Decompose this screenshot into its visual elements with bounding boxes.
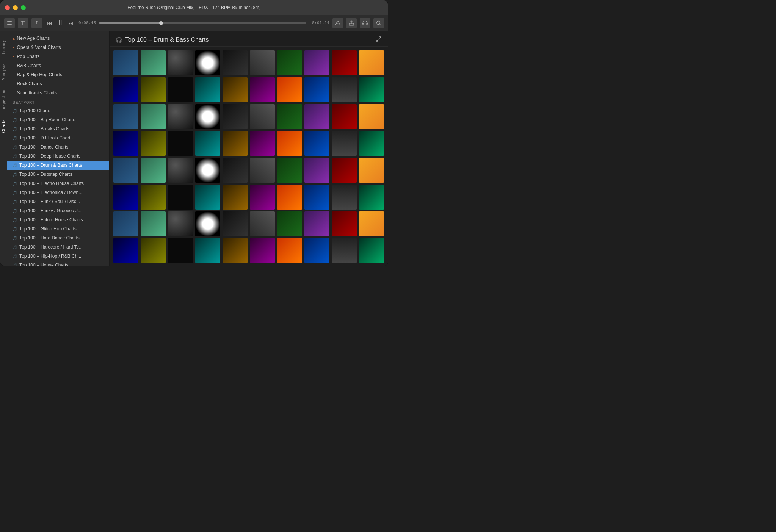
sidebar-item-djtools[interactable]: 🎵 Top 100 – DJ Tools Charts [7,133,109,142]
album-thumb[interactable] [250,104,275,129]
album-thumb[interactable] [223,104,248,129]
sidebar-item-rock[interactable]: a Rock Charts [7,79,109,88]
album-thumb[interactable] [332,50,357,75]
sidebar-item-dubstep[interactable]: 🎵 Top 100 – Dubstep Charts [7,170,109,179]
play-pause-button[interactable]: ⏸ [55,17,66,28]
album-thumb[interactable] [223,185,248,210]
album-thumb[interactable] [141,211,166,236]
sidebar-item-funksoul[interactable]: 🎵 Top 100 – Funk / Soul / Disc... [7,197,109,206]
album-thumb[interactable] [141,131,166,156]
minimize-button[interactable] [13,5,18,10]
album-thumb[interactable] [277,185,302,210]
album-thumb[interactable] [113,158,138,183]
album-thumb[interactable] [359,104,384,129]
album-thumb[interactable] [168,211,193,236]
sidebar-item-new-age[interactable]: a New Age Charts [7,34,109,43]
album-thumb[interactable] [250,131,275,156]
sidebar-item-soundtracks[interactable]: a Soundtracks Charts [7,88,109,97]
account-button[interactable] [332,18,343,28]
album-thumb[interactable] [195,77,220,102]
inspection-tab[interactable]: Inspection [1,85,6,115]
album-thumb[interactable] [250,50,275,75]
sidebar-item-opera[interactable]: a Opera & Vocal Charts [7,43,109,52]
sidebar-item-glitchhop[interactable]: 🎵 Top 100 – Glitch Hop Charts [7,224,109,233]
album-thumb[interactable] [168,158,193,183]
upload-button[interactable] [31,18,42,28]
browser-button[interactable] [18,18,28,28]
sidebar-item-futurehouse[interactable]: 🎵 Top 100 – Future House Charts [7,215,109,224]
album-thumb[interactable] [168,238,193,263]
album-thumb[interactable] [141,104,166,129]
album-thumb[interactable] [277,131,302,156]
album-thumb[interactable] [113,131,138,156]
album-thumb[interactable] [359,50,384,75]
expand-button[interactable] [376,36,382,43]
sidebar-item-rnb[interactable]: a R&B Charts [7,61,109,70]
album-thumb[interactable] [168,185,193,210]
album-thumb[interactable] [277,104,302,129]
album-thumb[interactable] [359,77,384,102]
album-thumb[interactable] [223,211,248,236]
album-thumb[interactable] [168,50,193,75]
sidebar-item-dance[interactable]: 🎵 Top 100 – Dance Charts [7,142,109,152]
album-thumb[interactable] [113,104,138,129]
album-thumb[interactable] [141,185,166,210]
album-thumb[interactable] [223,158,248,183]
album-thumb[interactable] [113,238,138,263]
album-thumb[interactable] [250,158,275,183]
sidebar-item-harddance[interactable]: 🎵 Top 100 – Hard Dance Charts [7,233,109,243]
album-thumb[interactable] [195,131,220,156]
album-thumb[interactable] [277,50,302,75]
album-thumb[interactable] [195,50,220,75]
album-thumb[interactable] [304,211,329,236]
sidebar-item-hiphoprnb[interactable]: 🎵 Top 100 – Hip-Hop / R&B Ch... [7,252,109,261]
album-thumb[interactable] [332,131,357,156]
album-thumb[interactable] [250,211,275,236]
headphones-button[interactable] [360,18,370,28]
album-thumb[interactable] [223,77,248,102]
album-thumb[interactable] [332,211,357,236]
sidebar-item-hardcore[interactable]: 🎵 Top 100 – Hardcore / Hard Te... [7,243,109,252]
share-button[interactable] [346,18,357,28]
album-thumb[interactable] [113,50,138,75]
charts-tab[interactable]: Charts [1,115,6,137]
album-thumb[interactable] [277,158,302,183]
album-thumb[interactable] [168,131,193,156]
album-thumb[interactable] [304,158,329,183]
album-thumb[interactable] [304,131,329,156]
album-thumb[interactable] [141,238,166,263]
album-thumb[interactable] [223,238,248,263]
progress-bar[interactable] [99,22,306,24]
sidebar-item-breaks[interactable]: 🎵 Top 100 – Breaks Charts [7,124,109,133]
album-thumb[interactable] [359,131,384,156]
album-thumb[interactable] [332,158,357,183]
sidebar-item-rap[interactable]: a Rap & Hip-Hop Charts [7,70,109,79]
close-button[interactable] [5,5,10,10]
sidebar-item-bigroom[interactable]: 🎵 Top 100 – Big Room Charts [7,115,109,124]
album-thumb[interactable] [195,158,220,183]
album-thumb[interactable] [332,104,357,129]
album-thumb[interactable] [195,238,220,263]
sidebar-item-funkygroove[interactable]: 🎵 Top 100 – Funky / Groove / J... [7,206,109,215]
album-thumb[interactable] [141,158,166,183]
album-thumb[interactable] [277,238,302,263]
album-thumb[interactable] [304,238,329,263]
sidebar-item-drumandbass[interactable]: 🎵 Top 100 – Drum & Bass Charts [7,161,109,170]
album-thumb[interactable] [195,211,220,236]
album-thumb[interactable] [359,211,384,236]
album-thumb[interactable] [304,77,329,102]
sidebar-item-electrohouse[interactable]: 🎵 Top 100 – Electro House Charts [7,179,109,188]
sidebar-item-top100[interactable]: 🎵 Top 100 Charts [7,106,109,115]
album-thumb[interactable] [113,211,138,236]
album-thumb[interactable] [359,158,384,183]
album-thumb[interactable] [304,104,329,129]
sidebar-item-electronica[interactable]: 🎵 Top 100 – Electronica / Down... [7,188,109,197]
album-thumb[interactable] [223,131,248,156]
album-thumb[interactable] [113,77,138,102]
album-thumb[interactable] [223,50,248,75]
album-thumb[interactable] [250,185,275,210]
album-thumb[interactable] [359,185,384,210]
rewind-button[interactable]: ⏮ [45,19,54,28]
album-thumb[interactable] [141,77,166,102]
maximize-button[interactable] [21,5,26,10]
